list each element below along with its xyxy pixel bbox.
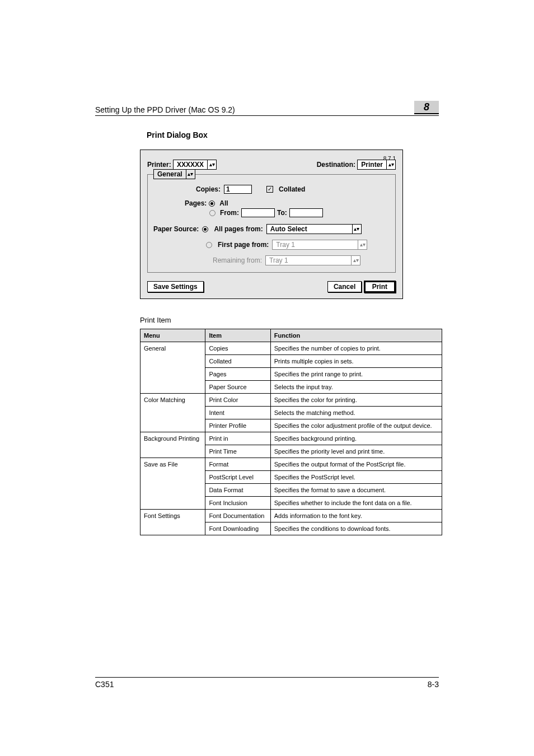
- cell-function: Adds information to the font key.: [270, 510, 442, 522]
- table-row: Save as FileFormatSpecifies the output f…: [140, 458, 442, 471]
- updown-caret-icon: ▴▾: [207, 160, 216, 169]
- cell-function: Specifies the format to save a document.: [270, 484, 442, 497]
- cell-function: Specifies the PostScript level.: [270, 471, 442, 484]
- table-row: Background PrintingPrint inSpecifies bac…: [140, 432, 442, 445]
- col-function: Function: [270, 329, 442, 342]
- table-row: GeneralCopiesSpecifies the number of cop…: [140, 342, 442, 355]
- all-pages-from-select[interactable]: Auto Select ▴▾: [266, 224, 362, 234]
- pages-to-input[interactable]: [289, 208, 323, 217]
- print-dialog: 8.7.1 Printer: XXXXXX ▴▾ Destination: Pr…: [140, 150, 403, 299]
- remaining-from-select: Tray 1 ▴▾: [265, 255, 360, 265]
- pages-to-label: To:: [277, 209, 287, 217]
- pages-from-label: From:: [220, 209, 239, 217]
- cell-function: Specifies whether to include the font da…: [270, 497, 442, 510]
- cell-item: Copies: [205, 342, 270, 355]
- panel-select[interactable]: General ▴▾: [153, 169, 195, 179]
- cell-function: Selects the matching method.: [270, 407, 442, 419]
- cell-function: Specifies the print range to print.: [270, 368, 442, 381]
- updown-caret-icon: ▴▾: [351, 256, 360, 265]
- first-page-from-select: Tray 1 ▴▾: [272, 240, 367, 250]
- cell-item: Printer Profile: [205, 419, 270, 432]
- printer-select-value: XXXXXX: [174, 161, 207, 169]
- chapter-number-badge: 8: [414, 101, 439, 114]
- cell-item: Format: [205, 458, 270, 471]
- cell-item: Font Inclusion: [205, 497, 270, 510]
- cell-function: Specifies the priority level and print t…: [270, 445, 442, 458]
- destination-label: Destination:: [317, 161, 355, 169]
- footer-page: 8-3: [428, 680, 439, 689]
- table-row: Color MatchingPrint ColorSpecifies the c…: [140, 394, 442, 407]
- updown-caret-icon: ▴▾: [186, 170, 195, 179]
- panel-select-value: General: [154, 170, 186, 178]
- destination-select-value: Printer: [358, 161, 386, 169]
- cell-function: Specifies the color for printing.: [270, 394, 442, 407]
- table-caption: Print Item: [140, 316, 439, 324]
- remaining-from-label: Remaining from:: [213, 256, 262, 264]
- copies-input[interactable]: 1: [224, 185, 252, 194]
- first-page-from-label: First page from:: [218, 241, 269, 249]
- running-header: Setting Up the PPD Driver (Mac OS 9.2): [95, 105, 235, 114]
- printer-label: Printer:: [147, 161, 171, 169]
- first-page-from-value: Tray 1: [273, 241, 298, 249]
- table-row: Font SettingsFont DocumentationAdds info…: [140, 510, 442, 522]
- first-page-from-radio[interactable]: [206, 242, 212, 248]
- cell-item: Font Documentation: [205, 510, 270, 522]
- copies-label: Copies:: [153, 185, 221, 193]
- updown-caret-icon: ▴▾: [358, 240, 367, 249]
- print-button[interactable]: Print: [364, 281, 396, 293]
- all-pages-from-value: Auto Select: [267, 225, 311, 233]
- collated-checkbox[interactable]: ✓: [266, 186, 273, 193]
- pages-all-radio[interactable]: [209, 200, 215, 207]
- print-item-table: Menu Item Function GeneralCopiesSpecifie…: [140, 329, 442, 535]
- cell-item: Data Format: [205, 484, 270, 497]
- cell-item: Print Time: [205, 445, 270, 458]
- destination-select[interactable]: Printer ▴▾: [357, 160, 396, 170]
- cell-menu: Background Printing: [140, 432, 205, 458]
- pages-from-input[interactable]: [241, 208, 275, 217]
- col-menu: Menu: [140, 329, 205, 342]
- pages-label: Pages:: [185, 199, 207, 207]
- cell-item: Print Color: [205, 394, 270, 407]
- cell-item: PostScript Level: [205, 471, 270, 484]
- cell-function: Specifies the conditions to download fon…: [270, 522, 442, 535]
- cell-menu: General: [140, 342, 205, 394]
- cell-item: Print in: [205, 432, 270, 445]
- save-settings-button[interactable]: Save Settings: [147, 281, 204, 292]
- cell-function: Specifies the color adjustment profile o…: [270, 419, 442, 432]
- collated-label: Collated: [279, 185, 305, 193]
- cell-menu: Font Settings: [140, 510, 205, 535]
- all-pages-from-radio[interactable]: [202, 226, 208, 232]
- cancel-button[interactable]: Cancel: [327, 281, 362, 292]
- paper-source-label: Paper Source:: [153, 225, 199, 233]
- footer-model: C351: [95, 680, 114, 689]
- cell-item: Pages: [205, 368, 270, 381]
- updown-caret-icon: ▴▾: [386, 160, 395, 169]
- cell-menu: Color Matching: [140, 394, 205, 432]
- cell-item: Collated: [205, 355, 270, 368]
- pages-from-radio[interactable]: [209, 210, 216, 216]
- cell-item: Intent: [205, 407, 270, 419]
- remaining-from-value: Tray 1: [266, 256, 292, 264]
- printer-select[interactable]: XXXXXX ▴▾: [173, 160, 217, 170]
- cell-item: Paper Source: [205, 381, 270, 394]
- section-title: Print Dialog Box: [147, 130, 439, 139]
- col-item: Item: [205, 329, 270, 342]
- cell-item: Font Downloading: [205, 522, 270, 535]
- all-pages-from-label: All pages from:: [214, 225, 263, 233]
- pages-all-label: All: [219, 199, 228, 207]
- cell-function: Prints multiple copies in sets.: [270, 355, 442, 368]
- cell-function: Specifies background printing.: [270, 432, 442, 445]
- cell-function: Specifies the output format of the PostS…: [270, 458, 442, 471]
- updown-caret-icon: ▴▾: [352, 225, 361, 234]
- cell-function: Selects the input tray.: [270, 381, 442, 394]
- cell-menu: Save as File: [140, 458, 205, 510]
- cell-function: Specifies the number of copies to print.: [270, 342, 442, 355]
